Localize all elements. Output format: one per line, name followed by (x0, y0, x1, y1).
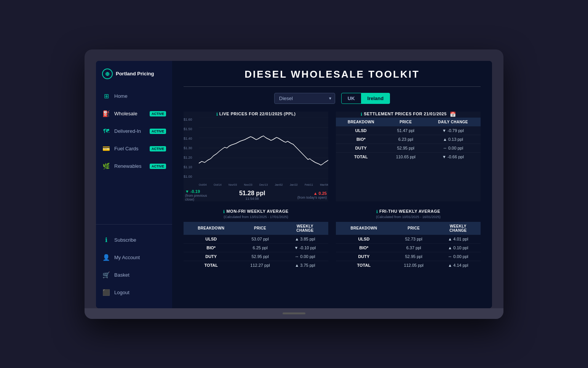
logo-text: Portland Pricing (116, 71, 154, 76)
live-prices-title: LIVE PRICES FOR 22/01/2025 (PPL) (219, 112, 296, 116)
price-cell: 6.23 ppl (386, 135, 425, 143)
sidebar-item-label: Renewables (114, 163, 142, 169)
breakdown-cell: BIO* (336, 135, 386, 143)
price-cell: 52.95 ppl (238, 252, 281, 261)
stat-up: ▲ 0.25 (from today's open) (297, 191, 327, 199)
exit-icon: ⬛ (102, 288, 110, 297)
fri-thu-title: FRI-THU WEEKLY AVERAGE (379, 209, 440, 213)
sidebar-item-label: Home (114, 93, 128, 99)
breakdown-cell: TOTAL (336, 261, 392, 269)
col-weekly-change: WEEKLYCHANGE (436, 222, 481, 235)
change-cell: ↔ 0.00 ppl (282, 252, 328, 261)
price-cell: 51.47 ppl (386, 126, 425, 135)
sidebar-item-home[interactable]: ⊞ Home (96, 88, 172, 104)
weekly-mon-fri-panel: ℹ MON-FRI WEEKLY AVERAGE (Calculated fro… (184, 209, 328, 269)
table-row: TOTAL 112.27 ppl ▲ 3.75 ppl (184, 261, 328, 269)
renewables-badge: ACTIVE (150, 164, 166, 169)
sidebar-item-wholesale[interactable]: ⛽ Wholesale ACTIVE (96, 106, 172, 122)
sidebar-item-my-account[interactable]: 👤 My Account (96, 250, 172, 266)
price-cell: 110.65 ppl (386, 152, 425, 161)
live-prices-title-row: ℹ LIVE PRICES FOR 22/01/2025 (PPL) (184, 112, 328, 118)
controls-row: Diesel Petrol Gas Oil Kerosene ▼ UK Irel… (184, 93, 481, 104)
mon-fri-header-row: BREAKDOWN PRICE WEEKLYCHANGE (184, 222, 328, 235)
fri-thu-subtitle: (Calculated from 10/01/2025 - 16/01/2025… (336, 215, 481, 219)
table-row: ULSD 53.07 ppl ▲ 3.85 ppl (184, 235, 328, 244)
sidebar-item-logout[interactable]: ⬛ Logout (96, 285, 172, 301)
sidebar-item-subscribe[interactable]: ℹ Subscribe (96, 232, 172, 248)
breakdown-cell: TOTAL (336, 152, 386, 161)
price-cell: 6.37 ppl (392, 243, 436, 252)
chart-y-labels: $1.60 $1.50 $1.40 $1.30 $1.20 $1.10 $1.0… (184, 118, 192, 178)
sidebar-logo: ⊕ Portland Pricing (96, 69, 172, 88)
sidebar-item-label: Subscribe (114, 237, 136, 243)
pump-icon: ⛽ (102, 110, 110, 118)
col-price: PRICE (392, 222, 436, 235)
wholesale-badge: ACTIVE (150, 111, 166, 116)
chart-container: $1.60 $1.50 $1.40 $1.30 $1.20 $1.10 $1.0… (184, 118, 328, 186)
price-cell: 52.73 ppl (392, 235, 436, 244)
fri-thu-info-icon: ℹ (376, 209, 378, 214)
ireland-button[interactable]: Ireland (361, 93, 390, 104)
settlement-title: SETTLEMENT PRICES FOR 21/01/2025 (364, 112, 447, 116)
sidebar-item-label: Delivered-In (114, 128, 141, 134)
breakdown-cell: DUTY (336, 143, 386, 152)
sidebar-item-label: Wholesale (114, 111, 137, 116)
mon-fri-subtitle: (Calculated from 13/01/2025 - 17/01/2025… (184, 215, 328, 219)
delivered-badge: ACTIVE (150, 129, 166, 134)
fri-thu-table: BREAKDOWN PRICE WEEKLYCHANGE ULSD 52.73 … (336, 222, 481, 269)
change-cell: ▼ -0.79 ppl (425, 126, 481, 135)
breakdown-cell: DUTY (336, 252, 392, 261)
sidebar-item-label: Logout (114, 290, 129, 295)
price-cell: 112.27 ppl (238, 261, 281, 269)
change-cell: ▲ 3.85 ppl (282, 235, 328, 244)
trackpad (283, 312, 305, 314)
sidebar-item-basket[interactable]: 🛒 Basket (96, 267, 172, 283)
mon-fri-title-row: ℹ MON-FRI WEEKLY AVERAGE (184, 209, 328, 215)
stat-center: 51.28 ppl 11:54:08 (239, 190, 265, 201)
settlement-prices-panel: ℹ SETTLEMENT PRICES FOR 21/01/2025 📅 BRE… (336, 112, 481, 201)
calendar-icon: 📅 (450, 112, 456, 117)
change-cell: ↔ 0.00 ppl (436, 252, 481, 261)
sidebar-item-delivered-in[interactable]: 🗺 Delivered-In ACTIVE (96, 123, 172, 139)
settlement-title-row: ℹ SETTLEMENT PRICES FOR 21/01/2025 📅 (336, 112, 481, 118)
table-row: DUTY 52.95 ppl ↔ 0.00 ppl (336, 143, 481, 152)
breakdown-cell: DUTY (184, 252, 238, 261)
sidebar-item-label: Fuel Cards (114, 146, 139, 151)
price-cell: 53.07 ppl (238, 235, 281, 244)
uk-button[interactable]: UK (341, 93, 361, 104)
breakdown-cell: ULSD (184, 235, 238, 244)
main-content: DIESEL WHOLESALE TOOLKIT Diesel Petrol G… (172, 61, 492, 308)
change-cell: ▲ 3.75 ppl (282, 261, 328, 269)
chart-area (199, 118, 328, 178)
live-prices-panel: ℹ LIVE PRICES FOR 22/01/2025 (PPL) $1.60… (184, 112, 328, 201)
breakdown-cell: TOTAL (184, 261, 238, 269)
sidebar-bottom: ℹ Subscribe 👤 My Account 🛒 Basket ⬛ Logo… (96, 224, 172, 301)
table-row: BIO* 6.23 ppl ▲ 0.13 ppl (336, 135, 481, 143)
change-cell: ▲ 0.10 ppl (436, 243, 481, 252)
fri-thu-title-row: ℹ FRI-THU WEEKLY AVERAGE (336, 209, 481, 215)
cart-icon: 🛒 (102, 271, 110, 279)
weekly-fri-thu-panel: ℹ FRI-THU WEEKLY AVERAGE (Calculated fro… (336, 209, 481, 269)
info-icon: ℹ (102, 236, 110, 244)
settlement-table: BREAKDOWN PRICE DAILY CHANGE ULSD 51.47 … (336, 118, 481, 161)
bottom-grid: ℹ MON-FRI WEEKLY AVERAGE (Calculated fro… (184, 209, 481, 269)
price-cell: 6.25 ppl (238, 243, 281, 252)
fuel-select[interactable]: Diesel Petrol Gas Oil Kerosene (274, 93, 335, 104)
sidebar-item-fuel-cards[interactable]: 💳 Fuel Cards ACTIVE (96, 141, 172, 157)
change-cell: ↔ 0.00 ppl (425, 143, 481, 152)
table-row: DUTY 52.95 ppl ↔ 0.00 ppl (184, 252, 328, 261)
breakdown-cell: BIO* (184, 243, 238, 252)
region-buttons: UK Ireland (341, 93, 390, 104)
table-row: BIO* 6.25 ppl ▼ -0.10 ppl (184, 243, 328, 252)
mon-fri-title: MON-FRI WEEKLY AVERAGE (226, 209, 288, 213)
table-row: DUTY 52.95 ppl ↔ 0.00 ppl (336, 252, 481, 261)
col-breakdown: BREAKDOWN (336, 118, 386, 126)
leaf-icon: 🌿 (102, 162, 110, 170)
laptop-base (85, 308, 503, 319)
change-cell: ▲ 4.01 ppl (436, 235, 481, 244)
table-row: ULSD 51.47 ppl ▼ -0.79 ppl (336, 126, 481, 135)
sidebar-item-renewables[interactable]: 🌿 Renewables ACTIVE (96, 158, 172, 174)
fuel-select-wrapper: Diesel Petrol Gas Oil Kerosene ▼ (274, 93, 335, 104)
grid-icon: ⊞ (102, 92, 110, 100)
mon-fri-info-icon: ℹ (223, 209, 225, 214)
